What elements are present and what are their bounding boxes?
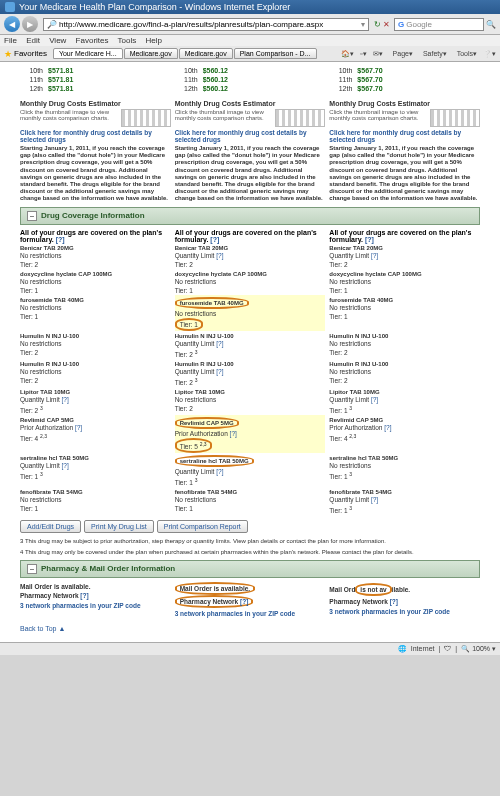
back-to-top-link[interactable]: Back to Top ▲ [20,625,65,632]
estimator-col-1: Monthly Drug Costs Estimator Click the t… [20,97,171,203]
drug-cell: Revlimid CAP 5MGPrior Authorization [?]T… [175,415,326,453]
search-engine: Google [406,20,432,29]
lock-icon: 🔎 [47,20,57,29]
menu-tools[interactable]: Tools [118,36,137,45]
drug-cell: Lipitor TAB 10MGQuantity Limit [?]Tier: … [329,387,480,415]
drug-cell: fenofibrate TAB 54MGNo restrictionsTier:… [175,487,326,515]
ie-icon [5,2,15,12]
estimator-col-2: Monthly Drug Costs Estimator Click the t… [175,97,326,203]
menu-help[interactable]: Help [146,36,162,45]
nav-bar: ◀ ▶ 🔎 http://www.medicare.gov/find-a-pla… [0,14,500,35]
favorites-label[interactable]: Favorites [14,49,47,58]
url-text: http://www.medicare.gov/find-a-plan/resu… [59,20,361,29]
mail-icon[interactable]: ✉▾ [373,50,383,57]
collapse-icon[interactable]: – [27,211,37,221]
menu-view[interactable]: View [49,36,66,45]
drug-cell: Benicar TAB 20MGQuantity Limit [?]Tier: … [175,243,326,269]
tab-3[interactable]: Plan Comparison - D... [234,48,317,59]
internet-zone-icon: 🌐 [398,645,407,653]
drug-cell: Revlimid CAP 5MGPrior Authorization [?]T… [20,415,171,453]
section-pharmacy-mail[interactable]: – Pharmacy & Mail Order Information [20,560,480,578]
stop-icon[interactable]: ✕ [383,20,390,29]
cost-details-link-2[interactable]: Click here for monthly drug cost details… [175,129,326,143]
drug-cell: Humulin R INJ U-100Quantity Limit [?]Tie… [175,359,326,387]
add-edit-drugs-button[interactable]: Add/Edit Drugs [20,520,81,533]
page-content: 10th$571.81 11th$571.81 12th$571.81 10th… [0,62,500,642]
collapse-icon[interactable]: – [27,564,37,574]
feed-icon[interactable]: ▫▾ [360,50,366,57]
drug-cell: Humulin R INJ U-100No restrictionsTier: … [329,359,480,387]
drug-cell: Benicar TAB 20MGQuantity Limit [?]Tier: … [329,243,480,269]
drug-cell: sertraline hcl TAB 50MGQuantity Limit [?… [20,453,171,487]
menu-favorites[interactable]: Favorites [76,36,109,45]
estimator-title: Monthly Drug Costs Estimator [20,100,171,107]
help-icon[interactable]: [?] [56,236,65,243]
home-icon[interactable]: 🏠▾ [341,50,354,57]
drug-cell: Revlimid CAP 5MGPrior Authorization [?]T… [329,415,480,453]
footnote-4: 4 This drug may only be covered under th… [20,549,480,556]
cost-details-link-3[interactable]: Click here for monthly drug cost details… [329,129,480,143]
drug-cell: furosemide TAB 40MGNo restrictionsTier: … [329,295,480,331]
help-icon[interactable]: ❔▾ [483,50,496,57]
drug-cell: furosemide TAB 40MGNo restrictionsTier: … [20,295,171,331]
chart-thumbnail-3[interactable] [430,109,480,127]
favorites-bar: ★ Favorites Your Medicare H... Medicare.… [0,46,500,62]
status-bar: 🌐 Internet | 🛡 | 🔍 100% ▾ [0,642,500,655]
tools-menu[interactable]: Tools▾ [453,50,477,57]
search-go-icon[interactable]: 🔍 [486,20,496,29]
drug-cell: doxycycline hyclate CAP 100MGNo restrict… [20,269,171,295]
print-drug-list-button[interactable]: Print My Drug List [84,520,154,533]
safety-menu[interactable]: Safety▾ [419,50,447,57]
print-comparison-button[interactable]: Print Comparison Report [157,520,248,533]
estimator-col-3: Monthly Drug Costs Estimator Click the t… [329,97,480,203]
favorites-star-icon[interactable]: ★ [4,49,12,59]
protected-mode-icon: 🛡 [444,645,451,652]
tab-0[interactable]: Your Medicare H... [53,48,123,59]
forward-button[interactable]: ▶ [22,16,38,32]
tab-1[interactable]: Medicare.gov [124,48,178,59]
back-button[interactable]: ◀ [4,16,20,32]
search-box[interactable]: G Google [394,18,484,31]
menu-file[interactable]: File [4,36,17,45]
pharmacy-network-2-highlight: Pharmacy Network [?] [175,595,254,608]
cost-details-link-1[interactable]: Click here for monthly drug cost details… [20,129,171,143]
address-bar[interactable]: 🔎 http://www.medicare.gov/find-a-plan/re… [43,18,369,31]
drug-cell: furosemide TAB 40MGNo restrictionsTier: … [175,295,326,331]
drug-cell: Lipitor TAB 10MGQuantity Limit [?]Tier: … [20,387,171,415]
price-col-1: 10th$571.81 11th$571.81 12th$571.81 [20,66,171,93]
drug-cell: Humulin N INJ U-100No restrictionsTier: … [20,331,171,359]
mail-order-3: Mail Ordis not avilable. [329,582,480,597]
not-available-highlight: is not av [355,583,391,596]
tab-2[interactable]: Medicare.gov [179,48,233,59]
network-pharmacies-link-3[interactable]: 3 network pharmacies in your ZIP code [329,608,480,615]
page-menu[interactable]: Page▾ [389,50,413,57]
drug-cell: doxycycline hyclate CAP 100MGNo restrict… [175,269,326,295]
zoom-label[interactable]: 🔍 100% ▾ [461,645,496,653]
window-title: Your Medicare Health Plan Comparison - W… [19,2,290,12]
refresh-icon[interactable]: ↻ [374,20,381,29]
drug-cell: Humulin N INJ U-100Quantity Limit [?]Tie… [175,331,326,359]
ie-toolbar: 🏠▾ ▫▾ ✉▾ Page▾ Safety▾ Tools▾ ❔▾ [337,50,496,58]
drug-cell: fenofibrate TAB 54MGQuantity Limit [?]Ti… [329,487,480,515]
section-drug-coverage[interactable]: – Drug Coverage Information [20,207,480,225]
mail-order-2-highlight: Mail Order is available. [175,582,255,595]
menu-bar: File Edit View Favorites Tools Help [0,35,500,46]
drug-cell: fenofibrate TAB 54MGNo restrictionsTier:… [20,487,171,515]
drug-cell: Humulin R INJ U-100No restrictionsTier: … [20,359,171,387]
price-col-3: 10th$567.70 11th$567.70 12th$567.70 [329,66,480,93]
button-row: Add/Edit Drugs Print My Drug List Print … [20,520,480,533]
drug-cell: Benicar TAB 20MGNo restrictionsTier: 2 [20,243,171,269]
drug-cell: doxycycline hyclate CAP 100MGNo restrict… [329,269,480,295]
footnote-3: 3 This drug may be subject to prior auth… [20,538,480,545]
price-col-2: 10th$560.12 11th$560.12 12th$560.12 [175,66,326,93]
network-pharmacies-link-1[interactable]: 3 network pharmacies in your ZIP code [20,602,171,609]
menu-edit[interactable]: Edit [26,36,40,45]
drug-cell: Humulin N INJ U-100No restrictionsTier: … [329,331,480,359]
network-pharmacies-link-2[interactable]: 3 network pharmacies in your ZIP code [175,610,326,617]
status-zone: Internet [411,645,435,652]
drug-cell: Lipitor TAB 10MGNo restrictionsTier: 2 [175,387,326,415]
chart-thumbnail-2[interactable] [275,109,325,127]
drug-cell: sertraline hcl TAB 50MGNo restrictionsTi… [329,453,480,487]
chart-thumbnail-1[interactable] [121,109,171,127]
mail-order-1: Mail Order is available. [20,582,171,591]
